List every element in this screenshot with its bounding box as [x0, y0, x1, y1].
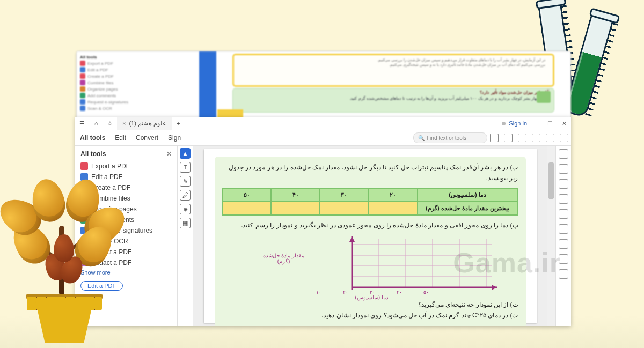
amount-1: [369, 202, 418, 215]
green-panel: ب) در هر بشر آن‌قدر نمک پتاسیم نیترات حل…: [215, 157, 526, 326]
tool-draw-icon[interactable]: ✎: [180, 176, 191, 187]
background-acrobat-window: All tools Export a PDF Edit a PDF Create…: [76, 51, 571, 120]
right-icon-5[interactable]: [559, 209, 568, 219]
right-icon-2[interactable]: [559, 164, 568, 174]
titlebar: ☰ ⌂ ☆ × علوم هشتم (1) + Sign in — ☐ ✕: [75, 117, 571, 130]
signin-link[interactable]: Sign in: [509, 120, 527, 127]
tick-5: ۵۰: [421, 290, 431, 295]
gama-watermark: Gama.ir: [453, 247, 561, 279]
all-tools-button[interactable]: All tools: [75, 134, 110, 142]
window-close-icon[interactable]: ✕: [557, 120, 571, 127]
tab-title: علوم هشتم (1): [129, 120, 166, 127]
toolbar-icon-3[interactable]: [518, 134, 526, 142]
table-header-amount: بیشترین مقدار مادهٔ حل‌شده (گرم): [418, 202, 518, 215]
chart-ylabel: مقدار مادهٔ حل‌شده (گرم): [263, 253, 305, 264]
scrollbar-thumb[interactable]: [548, 162, 554, 199]
yellow-instruction-box: در این آزمایش، در چهار بشر آب را با دماه…: [232, 54, 554, 87]
window-maximize-icon[interactable]: ☐: [543, 120, 557, 127]
right-icon-1[interactable]: [559, 149, 568, 159]
tool-select-icon[interactable]: ▲: [180, 148, 191, 159]
search-icon: 🔍: [418, 135, 425, 141]
toolbar-icon-6[interactable]: [560, 134, 568, 142]
document-tab[interactable]: × علوم هشتم (1): [117, 117, 172, 130]
new-tab-button[interactable]: +: [172, 120, 184, 127]
temp-4: ۵۰: [223, 188, 272, 202]
notification-icon[interactable]: [502, 122, 506, 125]
acrobat-window: ☰ ⌂ ☆ × علوم هشتم (1) + Sign in — ☐ ✕ Al…: [75, 117, 571, 326]
vertical-scrollbar[interactable]: [547, 146, 555, 326]
window-minimize-icon[interactable]: —: [529, 120, 543, 127]
amount-2: [320, 202, 369, 215]
toolbar-icon-1[interactable]: [490, 134, 499, 142]
tool-sign-icon[interactable]: 🖊: [180, 190, 191, 201]
convert-button[interactable]: Convert: [131, 134, 163, 142]
sidebar-item-edit[interactable]: Edit a PDF: [80, 172, 172, 182]
svg-marker-12: [349, 236, 355, 242]
right-icon-6[interactable]: [559, 224, 568, 234]
temp-3: ۴۰: [271, 188, 320, 202]
tool-text-icon[interactable]: T: [180, 162, 191, 173]
find-placeholder: Find text or tools: [427, 135, 466, 141]
menu-icon[interactable]: ☰: [75, 120, 89, 127]
sidebar-item-export[interactable]: Export a PDF: [80, 161, 172, 172]
temp-1: ۲۰: [369, 188, 418, 202]
edit-button[interactable]: Edit: [110, 134, 131, 142]
home-icon[interactable]: ⌂: [89, 120, 103, 127]
tick-1: ۱۰: [313, 290, 324, 295]
plant-decoration: [0, 192, 134, 343]
sign-button[interactable]: Sign: [163, 134, 186, 142]
table-header-temp: دما (سلسیوس): [418, 188, 518, 202]
tab-close-icon[interactable]: ×: [122, 120, 126, 127]
amount-4: [223, 202, 272, 215]
solubility-table: دما (سلسیوس) ۲۰ ۳۰ ۴۰ ۵۰ بیشترین مقدار م…: [222, 188, 518, 216]
sidebar-close-icon[interactable]: ✕: [166, 150, 172, 158]
paragraph-e: ث) در دمای ۲۵°C چند گرم نمک در آب حل می‌…: [222, 310, 518, 321]
find-input[interactable]: 🔍 Find text or tools: [413, 132, 487, 143]
temp-2: ۳۰: [320, 188, 369, 202]
tick-3: ۳۰: [367, 290, 378, 295]
chart-xlabel: دما (سلسیوس): [355, 294, 388, 300]
toolbar-icon-4[interactable]: [532, 134, 540, 142]
paragraph-c: پ) دما را روی محور افقی و مقدار مادهٔ حل…: [222, 220, 518, 231]
green-question-box: آیا دما بر میزان حل‌شدن مواد تأثیر دارد؟…: [232, 88, 554, 113]
toolbar-icon-5[interactable]: [546, 134, 554, 142]
amount-3: [271, 202, 320, 215]
svg-marker-10: [492, 285, 497, 290]
right-panel-strip: [555, 146, 571, 326]
back-sidebar-title: All tools: [80, 55, 202, 60]
toolbar-icon-2[interactable]: [504, 134, 513, 142]
star-icon[interactable]: ☆: [103, 120, 117, 127]
paragraph-b: ب) در هر بشر آن‌قدر نمک پتاسیم نیترات حل…: [222, 162, 518, 183]
left-tool-strip: ▲ T ✎ 🖊 ⊕ ▦: [178, 146, 193, 326]
sidebar-title: All tools: [80, 150, 106, 158]
pdf-page: ب) در هر بشر آن‌قدر نمک پتاسیم نیترات حل…: [204, 149, 537, 323]
paragraph-d: ت) از این نمودار چه نتیجه‌ای می‌گیرید؟: [222, 299, 518, 310]
tool-stamp-icon[interactable]: ⊕: [180, 204, 191, 214]
right-icon-3[interactable]: [559, 179, 568, 189]
page-area[interactable]: ب) در هر بشر آن‌قدر نمک پتاسیم نیترات حل…: [193, 146, 547, 326]
tick-4: ۴۰: [394, 290, 405, 295]
tool-shapes-icon[interactable]: ▦: [180, 218, 191, 228]
tick-2: ۲۰: [340, 290, 351, 295]
main-toolbar: All tools Edit Convert Sign 🔍 Find text …: [75, 130, 571, 146]
right-icon-4[interactable]: [559, 194, 568, 204]
